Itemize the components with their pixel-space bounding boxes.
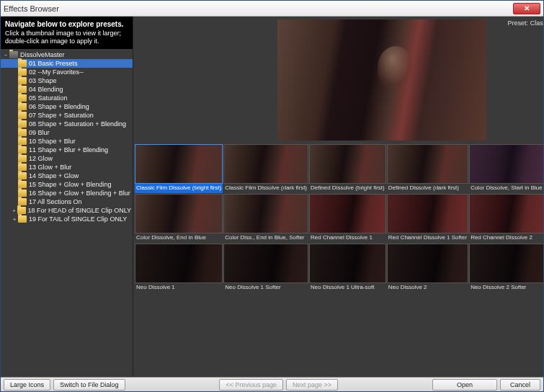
thumbnail-label: Neo Dissolve 1 (135, 283, 223, 293)
thumbnail-image (135, 144, 223, 184)
cancel-button[interactable]: Cancel (500, 379, 540, 391)
thumbnail-image (135, 194, 223, 233)
preset-thumbnail[interactable]: Neo Dissolve 2 Softer (469, 244, 543, 293)
thumbnail-label: Neo Dissolve 1 Softer (223, 283, 308, 293)
tree-label: 03 Shape (29, 77, 57, 84)
tree-item[interactable]: +19 For TAIL of SINGLE Clip ONLY (1, 215, 133, 223)
folder-icon (18, 190, 27, 197)
preset-label-prefix: Preset: (508, 19, 529, 27)
thumbnail-label: Classic Film Dissolve (dark first) (223, 184, 308, 193)
preset-tree[interactable]: −DissolveMaster01 Basic Presets02 --My F… (1, 49, 133, 377)
tree-label: 08 Shape + Saturation + Blending (29, 120, 126, 128)
tree-label: 07 Shape + Saturation (29, 112, 94, 119)
effects-browser-window: Effects Browser ✕ Navigate below to expl… (0, 0, 544, 392)
hint-title: Navigate below to explore presets. (5, 20, 128, 30)
folder-icon (18, 172, 27, 179)
preset-thumbnail[interactable]: Red Channel Dissolve 1 Softer (387, 194, 468, 243)
preset-thumbnail[interactable]: Neo Dissolve 1 Ultra-soft (309, 244, 386, 293)
preset-name: Classic Film Dissolve (bright first) (530, 19, 543, 27)
thumbnail-image (469, 144, 543, 184)
folder-icon (18, 77, 27, 84)
folder-icon (18, 198, 27, 205)
collapse-icon[interactable]: − (2, 52, 9, 58)
tree-label: DissolveMaster (20, 51, 65, 58)
tree-label: 14 Shape + Glow (29, 172, 79, 179)
main-panel: Preset: Classic Film Dissolve (bright fi… (133, 17, 543, 377)
preset-thumbnail[interactable]: Neo Dissolve 1 Softer (223, 244, 308, 293)
folder-icon (18, 181, 27, 188)
sidebar: Navigate below to explore presets. Click… (1, 17, 133, 377)
tree-label: 01 Basic Presets (29, 60, 78, 67)
hint-box: Navigate below to explore presets. Click… (1, 17, 133, 49)
thumbnail-label: Red Channel Dissolve 1 Softer (387, 233, 468, 243)
thumbnail-label: Color Dissolve, Start in Blue (469, 184, 543, 193)
hint-line: double-click an image to apply it. (5, 37, 128, 45)
preset-label: Preset: Classic Film Dissolve (bright fi… (508, 19, 543, 27)
previous-page-button[interactable]: << Previous page (219, 379, 283, 391)
preview-image (277, 19, 486, 141)
preset-thumbnail[interactable]: Red Channel Dissolve 1 (309, 194, 386, 243)
thumbnail-image (223, 144, 308, 184)
preset-thumbnail[interactable]: Color Diss., End in Blue, Softer (223, 194, 308, 243)
thumbnail-image (223, 194, 308, 233)
folder-icon (18, 129, 27, 136)
thumbnail-image (135, 244, 223, 283)
preset-thumbnail[interactable]: Neo Dissolve 1 (135, 244, 223, 293)
thumbnail-label: Red Channel Dissolve 1 (309, 233, 386, 243)
folder-icon (18, 146, 27, 153)
hint-line: Click a thumbnail image to view it large… (5, 30, 128, 37)
thumbnail-label: Neo Dissolve 2 (387, 283, 468, 293)
tree-label: 10 Shape + Blur (29, 138, 76, 145)
folder-icon (18, 164, 27, 171)
thumbnail-grid: Classic Film Dissolve (bright first)Clas… (135, 144, 543, 293)
folder-icon (18, 86, 27, 93)
preset-thumbnail[interactable]: Classic Film Dissolve (bright first) (135, 144, 223, 193)
thumbnail-label: Classic Film Dissolve (bright first) (135, 184, 223, 193)
tree-label: 13 Glow + Blur (29, 164, 71, 171)
folder-icon (18, 112, 27, 119)
expand-icon[interactable]: + (11, 216, 18, 223)
close-icon: ✕ (524, 4, 530, 12)
folder-icon (18, 120, 27, 128)
thumbnail-image (387, 144, 468, 184)
preset-thumbnail[interactable]: Defined Dissolve (bright first) (309, 144, 386, 193)
next-page-button[interactable]: Next page >> (286, 379, 338, 391)
preset-thumbnail[interactable]: Classic Film Dissolve (dark first) (223, 144, 308, 193)
close-button[interactable]: ✕ (513, 3, 540, 14)
large-icons-button[interactable]: Large Icons (4, 379, 50, 391)
tree-label: 18 For HEAD of SINGLE Clip ONLY (28, 207, 131, 214)
open-button[interactable]: Open (432, 379, 497, 391)
tree-label: 05 Saturation (29, 94, 68, 102)
preset-thumbnail[interactable]: Defined Dissolve (dark first) (387, 144, 468, 193)
thumbnail-label: Red Channel Dissolve 2 (469, 233, 543, 243)
folder-icon (17, 207, 26, 214)
tree-label: 06 Shape + Blending (29, 103, 89, 110)
switch-to-file-dialog-button[interactable]: Switch to File Dialog (53, 379, 125, 391)
preset-thumbnail[interactable]: Red Channel Dissolve 2 (469, 194, 543, 243)
thumbnail-image (469, 194, 543, 233)
titlebar: Effects Browser ✕ (1, 1, 543, 17)
folder-icon (9, 51, 18, 58)
content-area: Navigate below to explore presets. Click… (1, 17, 543, 377)
folder-icon (18, 68, 27, 76)
preset-thumbnail[interactable]: Color Dissolve, Start in Blue (469, 144, 543, 193)
folder-icon (18, 138, 27, 145)
thumbnail-label: Color Diss., End in Blue, Softer (223, 233, 308, 243)
expand-icon[interactable]: + (11, 208, 17, 214)
tree-label: 02 --My Favorites-- (29, 68, 84, 76)
folder-icon (18, 60, 27, 67)
tree-label: 16 Shape + Glow + Blending + Blur (29, 190, 130, 197)
folder-icon (18, 103, 27, 110)
tree-label: 04 Blending (29, 86, 63, 93)
thumbnail-image (309, 244, 386, 283)
preset-thumbnail[interactable]: Color Dissolve, End in Blue (135, 194, 223, 243)
preset-thumbnail[interactable]: Neo Dissolve 2 (387, 244, 468, 293)
thumbnail-label: Neo Dissolve 1 Ultra-soft (309, 283, 386, 293)
footer: Large Icons Switch to File Dialog << Pre… (1, 377, 543, 391)
folder-icon (18, 94, 27, 102)
thumbnail-image (387, 194, 468, 233)
thumbnail-label: Neo Dissolve 2 Softer (469, 283, 543, 293)
tree-label: 19 For TAIL of SINGLE Clip ONLY (29, 215, 127, 223)
window-title: Effects Browser (4, 4, 513, 13)
tree-label: 17 All Sections On (29, 198, 82, 205)
